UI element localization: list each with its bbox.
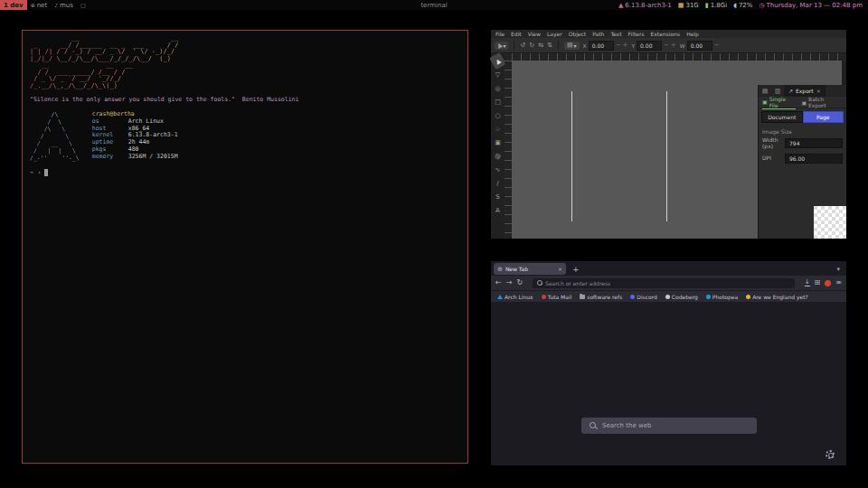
adblock-extension-icon[interactable] — [825, 280, 831, 286]
export-tab-icon: ↗ — [788, 88, 793, 94]
volume-module[interactable]: ◖ 72% — [733, 2, 752, 9]
menu-file[interactable]: File — [495, 31, 505, 37]
back-button[interactable]: ← — [495, 279, 502, 286]
flip-vertical-icon[interactable]: ⇅ — [547, 42, 552, 49]
single-file-tab[interactable]: ▣ Single File — [762, 96, 796, 109]
new-tab-page: Search the web — [491, 303, 846, 465]
web-search-box[interactable]: Search the web — [581, 418, 757, 434]
bookmark-arch-linux[interactable]: Arch Linux — [497, 294, 533, 300]
inkscape-body: ▲ ▽ ◎ □ ○ ☆ ▣ @ ∿ / S A — [491, 53, 846, 239]
clock-icon: ◷ — [759, 2, 764, 9]
align-dropdown[interactable]: ▤ ▾ — [564, 42, 580, 50]
new-tab-button[interactable]: + — [572, 265, 580, 274]
spiral-tool-icon[interactable]: @ — [492, 149, 504, 163]
selection-mode-dropdown[interactable]: ▲ ▾ — [495, 42, 508, 50]
y-label: Y — [631, 42, 635, 49]
single-file-label: Single File — [769, 96, 797, 108]
fetch-block: /\ / \ /\ \ / \ / __ \ / | | \ /_-'' ''-… — [30, 111, 460, 162]
width-row: Width (px) 794 — [759, 136, 846, 152]
list-all-tabs-icon[interactable]: ▾ — [836, 266, 844, 273]
active-tab[interactable]: ⊕ New Tab × — [494, 263, 566, 275]
document-button[interactable]: Document — [761, 111, 803, 123]
url-bar[interactable]: Search or enter address — [533, 278, 795, 288]
downloads-icon[interactable]: ↓ — [805, 279, 810, 286]
extensions-icon[interactable]: ⊞ — [815, 279, 821, 286]
menu-help[interactable]: Help — [686, 31, 699, 37]
pencil-tool-icon[interactable]: ∿ — [492, 163, 504, 176]
ellipse-tool-icon[interactable]: ○ — [492, 108, 504, 122]
terminal-window[interactable]: __ __ _ __/ /______ __ _ ___ / / | | /| … — [22, 30, 468, 464]
workspace-net[interactable]: ⊕ net — [27, 0, 52, 10]
star-tool-icon[interactable]: ☆ — [492, 122, 504, 136]
y-value-field[interactable]: 0.00 — [637, 41, 662, 51]
gear-icon[interactable] — [826, 450, 835, 459]
flip-horizontal-icon[interactable]: ⇆ — [538, 42, 543, 49]
menu-view[interactable]: View — [528, 31, 541, 37]
bookmark-discord[interactable]: Discord — [630, 294, 657, 300]
music-note-icon: ♪ — [54, 2, 58, 8]
w-spinner: W 0.00 − — [680, 41, 720, 51]
close-tab-icon[interactable]: × — [558, 266, 562, 272]
menu-object[interactable]: Object — [569, 31, 587, 37]
w-value-field[interactable]: 0.00 — [687, 41, 712, 51]
tab-title: New Tab — [505, 266, 528, 272]
close-icon[interactable]: × — [816, 88, 821, 94]
menu-icon[interactable]: ≡ — [835, 279, 842, 286]
y-decrement-button[interactable]: − — [664, 42, 669, 49]
shell-prompt[interactable]: ~ › — [30, 169, 460, 176]
disk-usage: 31G — [685, 2, 698, 9]
menu-filters[interactable]: Filters — [628, 31, 645, 37]
reload-button[interactable]: ↻ — [516, 279, 523, 286]
export-preview-checkerboard — [814, 206, 846, 239]
browser-nav-bar: ← → ↻ Search or enter address ↓ ⊞ ≡ — [491, 276, 846, 290]
rotate-ccw-icon[interactable]: ↺ — [520, 42, 525, 49]
workspace-dev[interactable]: 1 dev — [0, 0, 27, 10]
objects-panel-icon[interactable]: ▤ — [759, 88, 771, 95]
calligraphy-tool-icon[interactable]: S — [492, 190, 504, 203]
menu-extensions[interactable]: Extensions — [651, 31, 681, 37]
page-button[interactable]: Page — [803, 111, 844, 123]
inkscape-toolbox: ▲ ▽ ◎ □ ○ ☆ ▣ @ ∿ / S A — [491, 53, 505, 239]
workspace-mus[interactable]: ♪ mus — [51, 0, 77, 10]
node-tool-icon[interactable]: ▽ — [492, 68, 504, 81]
menu-text[interactable]: Text — [610, 31, 621, 37]
export-panel: ▤ ▥ ↗ Export × ▣ Single File ▣ Ba — [758, 85, 846, 239]
tuta-icon — [542, 295, 546, 299]
x-decrement-button[interactable]: − — [616, 42, 621, 49]
width-field[interactable]: 794 — [785, 138, 843, 148]
workspace-empty[interactable]: □ — [77, 0, 90, 10]
inkscape-menubar: File Edit View Layer Object Path Text Fi… — [491, 30, 846, 38]
layers-panel-icon[interactable]: ▥ — [771, 88, 784, 95]
batch-export-tab[interactable]: ▣ Batch Export — [801, 96, 843, 108]
x-value-field[interactable]: 0.00 — [589, 41, 614, 51]
menu-path[interactable]: Path — [592, 31, 604, 37]
forward-button[interactable]: → — [506, 279, 513, 286]
box3d-tool-icon[interactable]: ▣ — [492, 136, 504, 149]
menu-edit[interactable]: Edit — [511, 31, 522, 37]
page-right-edge — [666, 91, 667, 221]
bookmark-folder-software-refs[interactable]: software refs — [580, 294, 622, 300]
x-increment-button[interactable]: + — [623, 42, 628, 49]
bookmarks-bar: Arch Linux Tuta Mail software refs Disco… — [491, 290, 846, 302]
shape-builder-tool-icon[interactable]: ◎ — [492, 81, 504, 95]
w-decrement-button[interactable]: − — [714, 42, 720, 49]
inkscape-window: File Edit View Layer Object Path Text Fi… — [491, 30, 846, 239]
rectangle-tool-icon[interactable]: □ — [492, 95, 504, 108]
system-info: crash@bertha os Arch Linux host x86_64 k… — [92, 111, 178, 162]
bookmark-photopea[interactable]: Photopea — [706, 294, 738, 300]
vertical-ruler — [505, 61, 512, 239]
rotate-cw-icon[interactable]: ↻ — [529, 42, 534, 49]
globe-icon: ⊕ — [31, 2, 35, 8]
menu-layer[interactable]: Layer — [547, 31, 562, 37]
text-tool-icon[interactable]: A — [492, 203, 504, 217]
workspace-net-label: net — [37, 2, 48, 9]
align-icon: ▤ — [567, 42, 573, 49]
pen-tool-icon[interactable]: / — [492, 176, 504, 190]
dpi-field[interactable]: 96.00 — [785, 154, 843, 164]
bookmark-codeberg[interactable]: Codeberg — [665, 294, 698, 300]
quote-line: "Silence is the only answer you should g… — [30, 96, 460, 103]
y-increment-button[interactable]: + — [671, 42, 676, 49]
y-coordinate-spinner: Y 0.00 − + — [631, 41, 675, 51]
bookmark-are-we-england-yet[interactable]: Are we England yet? — [746, 294, 808, 300]
bookmark-tuta-mail[interactable]: Tuta Mail — [542, 294, 572, 300]
